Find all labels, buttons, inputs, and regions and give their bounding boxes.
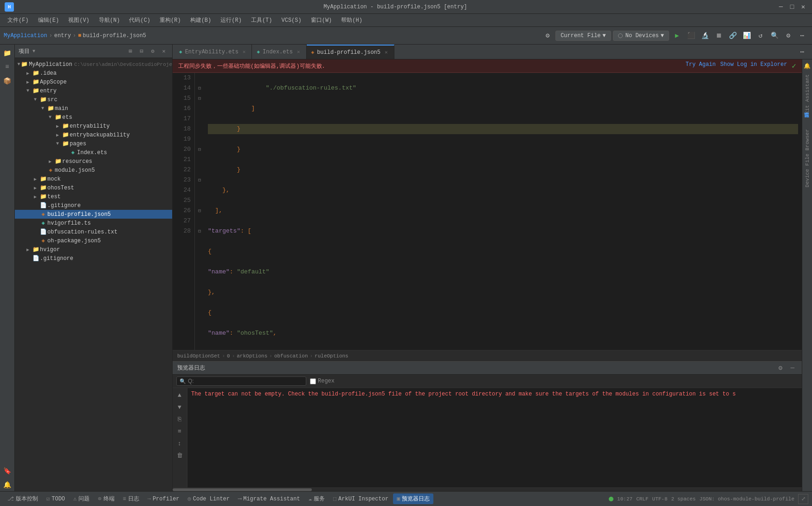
- menu-run[interactable]: 运行(R): [217, 15, 245, 25]
- tree-module-json[interactable]: ▶ ◈ module.json5: [15, 166, 172, 175]
- sidebar-sdk-icon[interactable]: 📦: [1, 74, 14, 87]
- collapse-all-icon[interactable]: ⊟: [137, 46, 146, 56]
- tree-root[interactable]: ▼ 📁 MyApplication C:\Users\admin\DevEcoS…: [15, 60, 172, 69]
- tree-entry[interactable]: ▼ 📁 entry: [15, 86, 172, 95]
- gutter-23[interactable]: ⊟: [195, 175, 204, 185]
- settings-icon2[interactable]: ⚙: [782, 30, 794, 42]
- status-encoding[interactable]: UTF-8: [652, 496, 668, 502]
- code-content[interactable]: "./obfuscation-rules.txt" ] } } } }, ], …: [204, 73, 802, 350]
- log-clear[interactable]: 🗑: [174, 450, 185, 461]
- vcs-tool[interactable]: ⎇ 版本控制: [4, 493, 42, 504]
- tab-more-icon[interactable]: ⋯: [796, 46, 808, 58]
- profile-icon[interactable]: 🔬: [699, 30, 711, 42]
- bottom-settings-icon[interactable]: ⚙: [776, 363, 785, 373]
- codelinter-tool[interactable]: ◎ Code Linter: [184, 494, 233, 504]
- log-content[interactable]: The target can not be empty. Check the b…: [187, 388, 802, 487]
- close-button[interactable]: ✕: [799, 3, 807, 11]
- menu-edit[interactable]: 编辑(E): [34, 15, 63, 25]
- log-sort[interactable]: ↕: [174, 438, 185, 448]
- more-icon[interactable]: ⋯: [796, 30, 808, 42]
- migrate-tool[interactable]: ⟶ Migrate Assistant: [234, 494, 304, 504]
- tree-index-ets[interactable]: ▶ ◈ Index.ets: [15, 148, 172, 157]
- terminal-tool[interactable]: ⊙ 终端: [94, 493, 118, 504]
- tab-entryability[interactable]: ◈ EntryAbility.ets ✕: [174, 45, 252, 59]
- code-editor[interactable]: 13 14 15 16 17 18 19 20 21 22 23 24 25 2…: [173, 73, 802, 350]
- tree-build-profile[interactable]: ▶ ◈ build-profile.json5: [15, 210, 172, 219]
- breadcrumb-ruleoptions[interactable]: ruleOptions: [315, 353, 348, 359]
- no-devices-dropdown[interactable]: No Devices ▼: [613, 31, 669, 41]
- log-hscroll-thumb[interactable]: [173, 488, 312, 491]
- breadcrumb-arkoptions[interactable]: arkOptions: [237, 353, 267, 359]
- menu-refactor[interactable]: 重构(R): [156, 15, 185, 25]
- file-tree-dropdown-icon[interactable]: ▼: [32, 49, 35, 54]
- gutter-26[interactable]: ⊟: [195, 206, 204, 216]
- kit-assistant-label[interactable]: Kit Assistant: [804, 71, 811, 118]
- problems-tool[interactable]: ⚠ 问题: [70, 493, 93, 504]
- try-again-button[interactable]: Try Again: [686, 61, 716, 71]
- minimize-button[interactable]: ─: [777, 3, 785, 11]
- tab-index[interactable]: ◈ Index.ets ✕: [252, 45, 306, 59]
- log-search-box[interactable]: 🔍: [176, 376, 306, 386]
- regex-toggle[interactable]: Regex: [310, 378, 335, 384]
- sidebar-project-icon[interactable]: 📁: [1, 46, 14, 59]
- tree-pages[interactable]: ▼ 📁 pages: [15, 139, 172, 148]
- tree-idea[interactable]: ▶ 📁 .idea: [15, 69, 172, 78]
- tab-index-close[interactable]: ✕: [296, 48, 302, 55]
- gutter-28[interactable]: ⊟: [195, 226, 204, 236]
- current-file-dropdown[interactable]: Current File ▼: [555, 31, 611, 41]
- tree-appscope[interactable]: ▶ 📁 AppScope: [15, 78, 172, 86]
- tree-gitignore1[interactable]: ▶ 📄 .gitignore: [15, 201, 172, 210]
- gutter-14[interactable]: ⊟: [195, 83, 204, 93]
- menu-vcs[interactable]: VCS(S): [277, 16, 305, 25]
- profiler-tool[interactable]: → Profiler: [144, 494, 183, 504]
- tab-build-profile-close[interactable]: ✕: [383, 49, 389, 56]
- attach-icon[interactable]: 🔗: [727, 30, 739, 42]
- coverage-icon[interactable]: 📊: [741, 30, 753, 42]
- tree-obfuscation[interactable]: ▶ 📄 obfuscation-rules.txt: [15, 227, 172, 236]
- menu-code[interactable]: 代码(C): [125, 15, 154, 25]
- breadcrumb-0[interactable]: 0: [227, 353, 230, 359]
- log-tool[interactable]: ≡ 日志: [119, 493, 143, 504]
- log-filter[interactable]: ≡: [174, 426, 185, 436]
- tree-settings-icon[interactable]: ⚙: [148, 46, 157, 56]
- project-name[interactable]: MyApplication: [4, 32, 47, 39]
- log-scroll-down[interactable]: ▼: [174, 402, 185, 412]
- tree-main[interactable]: ▼ 📁 main: [15, 104, 172, 113]
- tree-hvigorfile[interactable]: ▶ ◈ hvigorfile.ts: [15, 219, 172, 227]
- menu-help[interactable]: 帮助(H): [337, 15, 366, 25]
- log-copy[interactable]: ⎘: [174, 414, 185, 424]
- settings-icon-btn[interactable]: ⚙: [541, 30, 554, 42]
- todo-tool[interactable]: ☑ TODO: [43, 494, 69, 504]
- menu-window[interactable]: 窗口(W): [307, 15, 336, 25]
- tab-entryability-close[interactable]: ✕: [241, 48, 247, 55]
- device-file-browser-label[interactable]: Device File Browser: [804, 125, 811, 191]
- log-search-input[interactable]: [188, 378, 290, 384]
- tree-close-icon[interactable]: ✕: [159, 46, 168, 56]
- tree-ohostest[interactable]: ▶ 📁 ohosTest: [15, 183, 172, 192]
- tree-gitignore-root[interactable]: ▶ 📄 .gitignore: [15, 254, 172, 263]
- entry-label[interactable]: entry: [54, 32, 71, 39]
- maximize-button[interactable]: □: [788, 3, 796, 11]
- arkui-inspector-tool[interactable]: ⬚ ArkUI Inspector: [329, 494, 392, 504]
- search-icon-toolbar[interactable]: 🔍: [768, 30, 780, 42]
- status-file-type[interactable]: JSON: ohos-module-build-profile: [699, 496, 794, 502]
- breadcrumb-obfuscation[interactable]: obfuscation: [274, 353, 308, 359]
- log-scroll-up[interactable]: ▲: [174, 390, 185, 400]
- tree-test[interactable]: ▶ 📁 test: [15, 192, 172, 201]
- tree-ohpackage[interactable]: ▶ ◈ oh-package.json5: [15, 236, 172, 245]
- sidebar-notification-icon[interactable]: 🔔: [1, 478, 14, 491]
- status-line-ending[interactable]: CRLF: [636, 496, 648, 502]
- tree-resources[interactable]: ▶ 📁 resources: [15, 157, 172, 166]
- tree-ets[interactable]: ▼ 📁 ets: [15, 113, 172, 122]
- breadcrumb-buildoptionset[interactable]: buildOptionSet: [177, 353, 220, 359]
- preview-log-tool[interactable]: ▣ 预览器日志: [393, 493, 433, 504]
- show-log-button[interactable]: Show Log in Explorer: [720, 61, 787, 71]
- menu-build[interactable]: 构建(B): [187, 15, 215, 25]
- expand-all-icon[interactable]: ⊞: [126, 46, 135, 56]
- tree-entrybackupability[interactable]: ▶ 📁 entrybackupability: [15, 130, 172, 139]
- sync-icon[interactable]: ↺: [754, 30, 767, 42]
- sidebar-bookmark-icon[interactable]: 🔖: [1, 464, 14, 477]
- tab-build-profile[interactable]: ◈ build-profile.json5 ✕: [307, 45, 394, 59]
- tree-entryability[interactable]: ▶ 📁 entryability: [15, 122, 172, 130]
- stop-icon[interactable]: ⏹: [713, 30, 725, 42]
